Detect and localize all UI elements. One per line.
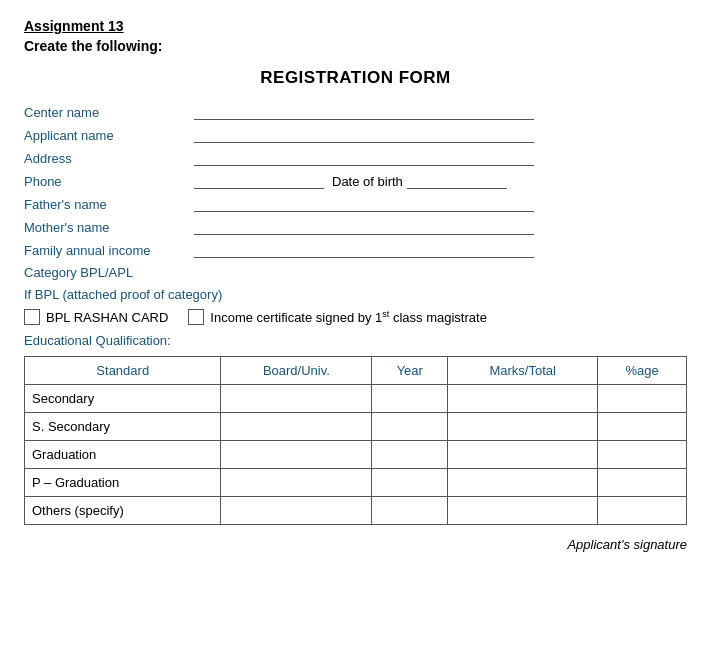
- table-cell: [221, 497, 372, 525]
- table-row: Secondary: [25, 385, 687, 413]
- signature-label: Applicant's signature: [567, 537, 687, 552]
- signature-row: Applicant's signature: [24, 537, 687, 552]
- create-label: Create the following:: [24, 38, 687, 54]
- table-cell: [221, 441, 372, 469]
- address-row: Address: [24, 150, 687, 166]
- category-row: Category BPL/APL: [24, 265, 687, 280]
- table-cell: [221, 385, 372, 413]
- fathers-name-line: [194, 196, 534, 212]
- dob-line: [407, 173, 507, 189]
- table-row: Others (specify): [25, 497, 687, 525]
- mothers-name-label: Mother's name: [24, 220, 194, 235]
- phone-label: Phone: [24, 174, 194, 189]
- mothers-name-line: [194, 219, 534, 235]
- checkbox-row: BPL RASHAN CARD Income certificate signe…: [24, 309, 687, 325]
- fathers-name-label: Father's name: [24, 197, 194, 212]
- phone-dob-row: Phone Date of birth: [24, 173, 687, 189]
- center-name-label: Center name: [24, 105, 194, 120]
- family-income-row: Family annual income: [24, 242, 687, 258]
- col-board: Board/Univ.: [221, 357, 372, 385]
- table-cell: Others (specify): [25, 497, 221, 525]
- dob-label: Date of birth: [332, 174, 403, 189]
- table-cell: P – Graduation: [25, 469, 221, 497]
- table-cell: [598, 497, 687, 525]
- table-row: Graduation: [25, 441, 687, 469]
- phone-line: [194, 173, 324, 189]
- center-name-line: [194, 104, 534, 120]
- table-cell: [372, 413, 448, 441]
- assignment-title: Assignment 13: [24, 18, 687, 34]
- category-label: Category BPL/APL: [24, 265, 194, 280]
- table-cell: [448, 385, 598, 413]
- table-cell: [598, 385, 687, 413]
- table-cell: [598, 469, 687, 497]
- income-cert-checkbox[interactable]: [188, 309, 204, 325]
- address-label: Address: [24, 151, 194, 166]
- table-cell: [221, 469, 372, 497]
- table-cell: [221, 413, 372, 441]
- bpl-rashan-card-label: BPL RASHAN CARD: [46, 310, 168, 325]
- table-cell: [448, 413, 598, 441]
- income-cert-label: Income certificate signed by 1st class m…: [210, 309, 487, 325]
- applicant-name-row: Applicant name: [24, 127, 687, 143]
- table-cell: [372, 441, 448, 469]
- table-cell: [598, 441, 687, 469]
- income-cert-item[interactable]: Income certificate signed by 1st class m…: [188, 309, 487, 325]
- col-standard: Standard: [25, 357, 221, 385]
- col-marks: Marks/Total: [448, 357, 598, 385]
- table-cell: Secondary: [25, 385, 221, 413]
- col-year: Year: [372, 357, 448, 385]
- address-line: [194, 150, 534, 166]
- mothers-name-row: Mother's name: [24, 219, 687, 235]
- bpl-note: If BPL (attached proof of category): [24, 287, 687, 302]
- center-name-row: Center name: [24, 104, 687, 120]
- form-title: REGISTRATION FORM: [24, 68, 687, 88]
- applicant-name-line: [194, 127, 534, 143]
- table-cell: [448, 441, 598, 469]
- family-income-line: [194, 242, 534, 258]
- table-row: S. Secondary: [25, 413, 687, 441]
- qualification-table: Standard Board/Univ. Year Marks/Total %a…: [24, 356, 687, 525]
- table-header-row: Standard Board/Univ. Year Marks/Total %a…: [25, 357, 687, 385]
- table-cell: [372, 385, 448, 413]
- table-cell: [448, 469, 598, 497]
- col-pct: %age: [598, 357, 687, 385]
- bpl-rashan-card-checkbox[interactable]: [24, 309, 40, 325]
- table-cell: [598, 413, 687, 441]
- table-cell: S. Secondary: [25, 413, 221, 441]
- table-cell: Graduation: [25, 441, 221, 469]
- table-cell: [372, 469, 448, 497]
- table-cell: [448, 497, 598, 525]
- family-income-label: Family annual income: [24, 243, 194, 258]
- table-cell: [372, 497, 448, 525]
- fathers-name-row: Father's name: [24, 196, 687, 212]
- table-row: P – Graduation: [25, 469, 687, 497]
- applicant-name-label: Applicant name: [24, 128, 194, 143]
- eq-label: Educational Qualification:: [24, 333, 687, 348]
- bpl-rashan-card-item[interactable]: BPL RASHAN CARD: [24, 309, 168, 325]
